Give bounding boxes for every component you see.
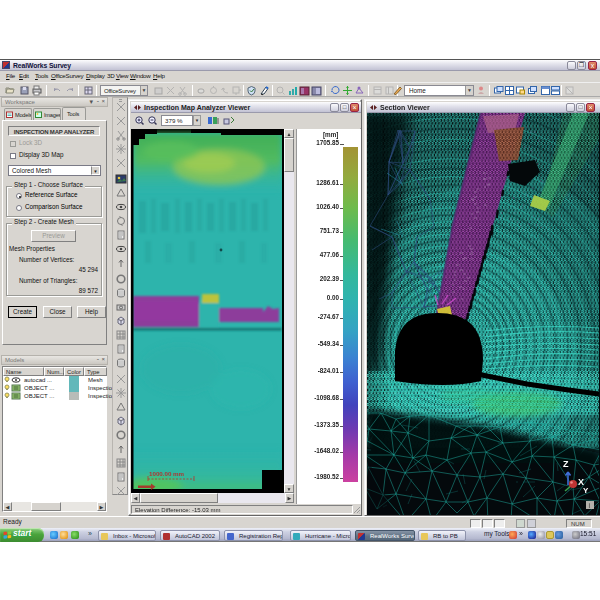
svg-text:Y: Y xyxy=(583,486,589,495)
svg-text:1000.00 mm: 1000.00 mm xyxy=(149,470,185,477)
svg-text:Z: Z xyxy=(563,459,569,469)
